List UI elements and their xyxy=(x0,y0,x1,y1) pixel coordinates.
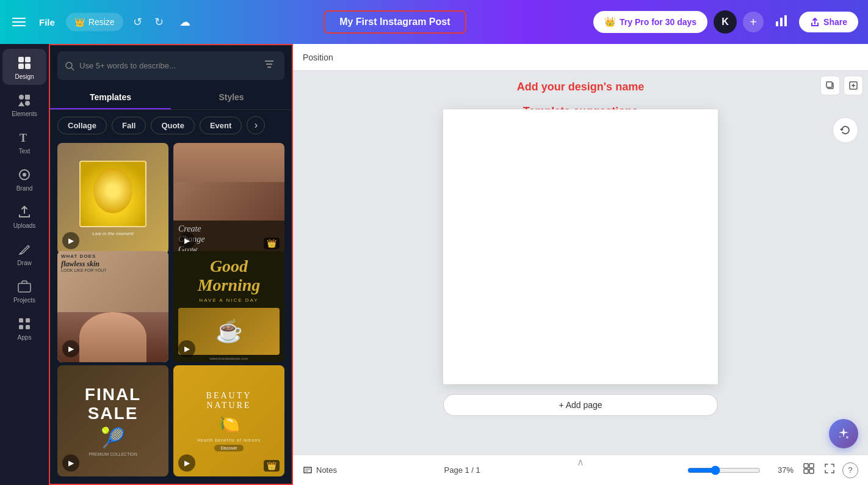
play-button-4[interactable]: ▶ xyxy=(178,340,195,357)
play-button-3[interactable]: ▶ xyxy=(62,340,79,357)
pro-crown-icon: 👑 xyxy=(604,16,616,27)
draw-label: Draw xyxy=(17,260,31,266)
svg-rect-33 xyxy=(804,469,808,473)
canvas-area: Position Add your design's name Template… xyxy=(293,44,868,485)
svg-point-35 xyxy=(846,436,848,439)
file-button[interactable]: File xyxy=(33,13,61,31)
sidebar-item-projects[interactable]: Projects xyxy=(2,272,46,308)
panel-tabs: Templates Styles xyxy=(50,86,292,110)
canvas-toolbar: Position xyxy=(293,44,868,71)
panel-search xyxy=(50,45,292,80)
play-button-1[interactable]: ▶ xyxy=(62,232,79,249)
top-bar: File 👑 Resize ↺ ↻ ☁ My First Instagram P… xyxy=(0,0,868,44)
fullscreen-button[interactable] xyxy=(822,461,837,480)
top-bar-right: 👑 Try Pro for 30 days K + Share xyxy=(593,10,858,34)
bottom-bar: Notes ∧ Page 1 / 1 37% ? xyxy=(293,454,868,485)
design-icon xyxy=(16,55,32,71)
projects-label: Projects xyxy=(13,297,35,304)
canvas-toolbar-position: Position xyxy=(303,53,333,62)
sidebar-item-design[interactable]: Design xyxy=(2,49,46,85)
try-pro-button[interactable]: 👑 Try Pro for 30 days xyxy=(593,11,707,33)
sidebar-item-apps[interactable]: Apps xyxy=(2,310,46,346)
pill-collage[interactable]: Collage xyxy=(57,117,107,134)
play-button-6[interactable]: ▶ xyxy=(178,454,195,472)
template-card-1[interactable]: Live in the moment ▶ xyxy=(57,143,168,254)
help-button[interactable]: ? xyxy=(842,462,858,478)
pill-event[interactable]: Event xyxy=(200,117,242,134)
sidebar-item-draw[interactable]: Draw xyxy=(2,235,46,271)
canvas-page[interactable] xyxy=(443,109,718,384)
crown-icon: 👑 xyxy=(74,17,85,27)
svg-rect-14 xyxy=(18,283,31,292)
main-layout: Design Elements T Text Brand Uploads xyxy=(0,44,868,485)
plus-button[interactable]: + xyxy=(743,12,764,32)
redo-button[interactable]: ↻ xyxy=(150,12,168,32)
add-page-button[interactable]: + Add page xyxy=(443,394,718,416)
notes-label: Notes xyxy=(316,465,337,475)
play-button-5[interactable]: ▶ xyxy=(62,454,79,472)
projects-icon xyxy=(16,279,32,294)
filter-pills: Collage Fall Quote Event › xyxy=(50,110,292,140)
doc-title-button[interactable]: My First Instagram Post xyxy=(324,10,466,34)
sidebar-item-brand[interactable]: Brand xyxy=(2,161,46,197)
text-icon: T xyxy=(16,129,32,145)
avatar-button[interactable]: K xyxy=(714,10,737,34)
pill-fall[interactable]: Fall xyxy=(112,117,146,134)
pills-next-button[interactable]: › xyxy=(247,116,265,134)
svg-rect-16 xyxy=(26,318,30,323)
magic-button[interactable] xyxy=(829,419,858,448)
svg-rect-18 xyxy=(26,325,30,329)
brand-label: Brand xyxy=(16,185,33,192)
bottom-right-buttons: ? xyxy=(801,461,858,480)
zoom-slider[interactable] xyxy=(687,465,761,475)
svg-rect-6 xyxy=(25,64,31,69)
uploads-label: Uploads xyxy=(13,222,36,229)
template-card-2[interactable]: Create Change Grow. EMBRACE THE JOURNEY,… xyxy=(173,143,284,254)
template-grid: Live in the moment ▶ Create Change Grow.… xyxy=(50,140,292,484)
panel: Templates Styles Collage Fall Quote Even… xyxy=(49,44,293,485)
analytics-button[interactable] xyxy=(770,12,793,33)
svg-point-19 xyxy=(66,62,72,68)
history-buttons: ↺ ↻ xyxy=(128,12,168,32)
pill-quote[interactable]: Quote xyxy=(151,117,195,134)
notes-button[interactable]: Notes xyxy=(303,465,337,475)
svg-rect-1 xyxy=(780,18,783,26)
tab-templates[interactable]: Templates xyxy=(50,86,171,109)
uploads-icon xyxy=(16,204,32,220)
brand-icon xyxy=(16,167,32,183)
text-label: Text xyxy=(19,148,30,155)
svg-point-36 xyxy=(839,436,841,437)
draw-icon xyxy=(16,241,32,257)
icon-sidebar: Design Elements T Text Brand Uploads xyxy=(0,44,49,485)
svg-point-7 xyxy=(19,95,24,100)
resize-label: Resize xyxy=(89,17,115,27)
hamburger-button[interactable] xyxy=(10,15,28,29)
grid-view-button[interactable] xyxy=(801,461,817,480)
elements-label: Elements xyxy=(12,111,37,117)
sidebar-item-elements[interactable]: Elements xyxy=(2,86,46,122)
resize-button[interactable]: 👑 Resize xyxy=(66,13,123,31)
search-input[interactable] xyxy=(79,61,256,70)
save-button[interactable]: ☁ xyxy=(173,12,197,32)
svg-rect-2 xyxy=(784,15,787,26)
template-card-3[interactable]: WHAT DOES flawless skin LOOK LIKE FOR YO… xyxy=(57,251,168,362)
filter-button[interactable] xyxy=(261,56,277,75)
svg-point-13 xyxy=(23,173,26,177)
scroll-up-button[interactable]: ∧ xyxy=(577,456,584,468)
template-card-6[interactable]: BEAUTY NATURE 🍋 Health benefits of lemon… xyxy=(173,365,284,476)
template-card-4[interactable]: Good Morning HAVE A NICE DAY ☕ www.brand… xyxy=(173,251,284,362)
undo-button[interactable]: ↺ xyxy=(128,12,147,32)
crown-badge-2: 👑 xyxy=(264,238,280,249)
svg-rect-32 xyxy=(809,464,814,468)
try-pro-label: Try Pro for 30 days xyxy=(620,17,696,27)
template-card-5[interactable]: FINALSALE 🎾 PREMIUM COLLECTION ▶ xyxy=(57,365,168,476)
tab-styles[interactable]: Styles xyxy=(171,86,292,109)
top-bar-center: My First Instagram Post xyxy=(203,10,587,34)
svg-text:T: T xyxy=(20,132,27,144)
svg-rect-34 xyxy=(809,469,814,473)
share-button[interactable]: Share xyxy=(799,12,858,32)
sidebar-item-text[interactable]: T Text xyxy=(2,123,46,159)
play-button-2[interactable]: ▶ xyxy=(178,232,195,249)
svg-marker-9 xyxy=(18,101,24,106)
sidebar-item-uploads[interactable]: Uploads xyxy=(2,198,46,234)
